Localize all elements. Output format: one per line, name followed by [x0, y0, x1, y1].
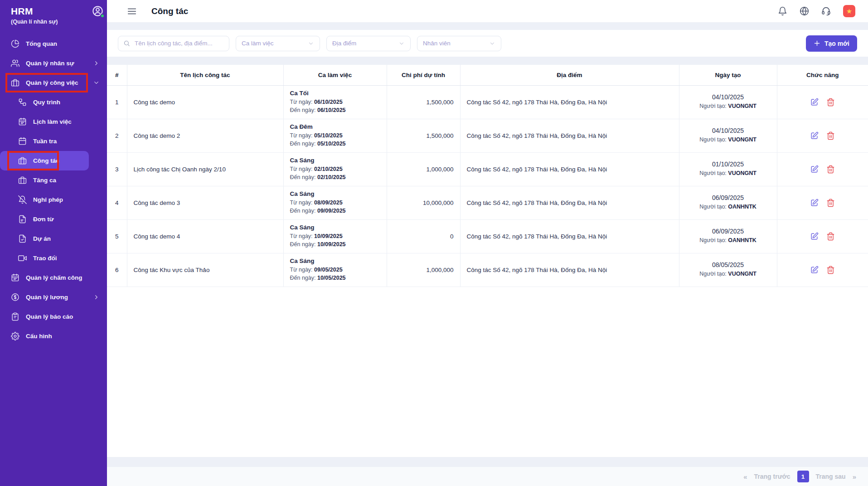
column-header-shift: Ca làm việc [283, 65, 387, 85]
edit-icon [810, 131, 819, 140]
sidebar-item-tuan-tra[interactable]: Tuần tra [0, 131, 107, 151]
shift-name: Ca Sáng [290, 258, 380, 264]
edit-icon [810, 232, 819, 241]
edit-button[interactable] [810, 266, 819, 274]
pagination-next[interactable]: Trang sau [816, 473, 846, 480]
edit-button[interactable] [810, 232, 819, 241]
employee-filter-select[interactable]: Nhân viên [417, 36, 501, 51]
sidebar-item-label: Nghỉ phép [33, 196, 63, 203]
hamburger-menu-icon[interactable] [127, 6, 137, 16]
shift-cell: Ca Sáng Từ ngày: 08/09/2025 Đến ngày: 09… [283, 186, 387, 219]
trash-icon [826, 131, 835, 140]
sidebar-item-label: Quản lý báo cáo [26, 313, 73, 320]
briefcase-icon [11, 78, 19, 87]
table-card: # Tên lịch công tác Ca làm việc Chi phí … [107, 65, 868, 457]
edit-button[interactable] [810, 131, 819, 140]
creator-line: Người tạo: OANHNTK [686, 203, 771, 211]
trip-location: Công tác Số 42, ngõ 178 Thái Hà, Đống Đa… [460, 186, 679, 219]
pagination-first-arrow[interactable]: « [743, 473, 747, 481]
to-date-line: Đến ngày: 02/10/2025 [290, 173, 380, 181]
pagination-prev[interactable]: Trang trước [754, 473, 790, 480]
sidebar-item-du-an[interactable]: Dự án [0, 229, 107, 248]
sidebar-item-quan-ly-nhan-su[interactable]: Quản lý nhân sự [0, 53, 107, 73]
edit-button[interactable] [810, 98, 819, 107]
edit-icon [810, 199, 819, 207]
app-title: HRM [11, 6, 98, 17]
select-placeholder: Địa điểm [332, 40, 356, 47]
globe-icon[interactable] [800, 6, 809, 16]
workflow-icon [18, 98, 27, 107]
pagination-current-page[interactable]: 1 [797, 471, 809, 482]
delete-button[interactable] [826, 199, 835, 207]
pagination-last-arrow[interactable]: » [853, 473, 856, 481]
main-content: Công tác ★ Ca làm việc Địa điểm Nhân viê… [107, 0, 868, 486]
sidebar-item-quan-ly-cong-viec[interactable]: Quản lý công việc [0, 73, 107, 92]
vietnam-flag-icon[interactable]: ★ [843, 5, 855, 17]
created-cell: 01/10/2025 Người tạo: VUONGNT [679, 152, 777, 186]
document-icon [18, 215, 27, 224]
sidebar-item-cong-tac[interactable]: Công tác [0, 151, 89, 170]
create-new-button[interactable]: Tạo mới [806, 35, 857, 52]
shift-cell: Ca Sáng Từ ngày: 10/09/2025 Đến ngày: 10… [283, 219, 387, 253]
edit-button[interactable] [810, 199, 819, 207]
sidebar-item-label: Tăng ca [33, 177, 56, 184]
creator-line: Người tạo: VUONGNT [686, 102, 771, 110]
sidebar-item-lich-lam-viec[interactable]: Lịch làm việc [0, 112, 107, 131]
sidebar-user-avatar[interactable] [92, 5, 104, 17]
delete-button[interactable] [826, 98, 835, 107]
calendar-grid-icon [11, 273, 19, 282]
table-header-row: # Tên lịch công tác Ca làm việc Chi phí … [107, 65, 868, 85]
sidebar-item-label: Trao đổi [33, 255, 57, 262]
search-box[interactable] [118, 36, 229, 51]
delete-button[interactable] [826, 165, 835, 174]
sidebar-item-cau-hinh[interactable]: Cấu hình [0, 326, 107, 346]
trash-icon [826, 232, 835, 241]
chevron-down-icon [489, 40, 495, 47]
sidebar-item-label: Tuần tra [33, 138, 57, 145]
sidebar-item-nghi-phep[interactable]: Nghỉ phép [0, 190, 107, 209]
sidebar-item-quan-ly-luong[interactable]: Quản lý lương [0, 287, 107, 307]
actions-cell [777, 219, 868, 253]
created-date: 06/09/2025 [686, 228, 771, 235]
bell-icon[interactable] [778, 6, 787, 16]
delete-button[interactable] [826, 131, 835, 140]
sidebar-item-label: Quản lý chấm công [26, 274, 82, 281]
table-row: 6 Công tác Khu vực của Thảo Ca Sáng Từ n… [107, 253, 868, 287]
trash-icon [826, 199, 835, 207]
delete-button[interactable] [826, 266, 835, 274]
sidebar-item-don-tu[interactable]: Đơn từ [0, 209, 107, 229]
column-header-name: Tên lịch công tác [127, 65, 283, 85]
sidebar-item-quan-ly-bao-cao[interactable]: Quản lý báo cáo [0, 307, 107, 326]
created-date: 04/10/2025 [686, 93, 771, 101]
sidebar-item-trao-doi[interactable]: Trao đổi [0, 248, 107, 268]
trash-icon [826, 266, 835, 274]
shift-filter-select[interactable]: Ca làm việc [236, 36, 320, 51]
to-date-line: Đến ngày: 06/10/2025 [290, 106, 380, 114]
shift-cell: Ca Sáng Từ ngày: 02/10/2025 Đến ngày: 02… [283, 152, 387, 186]
delete-button[interactable] [826, 232, 835, 241]
sidebar-item-tang-ca[interactable]: Tăng ca [0, 170, 107, 190]
trip-name: Công tác demo 4 [127, 219, 283, 253]
created-cell: 08/05/2025 Người tạo: VUONGNT [679, 253, 777, 287]
created-cell: 04/10/2025 Người tạo: VUONGNT [679, 85, 777, 119]
created-cell: 06/09/2025 Người tạo: OANHNTK [679, 219, 777, 253]
trip-name: Công tác demo 2 [127, 119, 283, 152]
column-header-created: Ngày tạo [679, 65, 777, 85]
sidebar-item-label: Cấu hình [26, 333, 52, 340]
headset-icon[interactable] [821, 6, 831, 16]
from-date-line: Từ ngày: 02/10/2025 [290, 165, 380, 173]
from-date-line: Từ ngày: 06/10/2025 [290, 98, 380, 106]
location-filter-select[interactable]: Địa điểm [326, 36, 411, 51]
trash-icon [826, 165, 835, 174]
search-input[interactable] [134, 39, 224, 47]
plus-icon [814, 40, 820, 47]
sidebar-item-tong-quan[interactable]: Tổng quan [0, 34, 107, 53]
sidebar: HRM (Quản lí nhân sự) Tổng quan Quản lý … [0, 0, 107, 486]
trip-location: Công tác Số 42, ngõ 178 Thái Hà, Đống Đa… [460, 152, 679, 186]
topbar-actions: ★ [778, 5, 855, 17]
edit-button[interactable] [810, 165, 819, 174]
sidebar-item-quan-ly-cham-cong[interactable]: Quản lý chấm công [0, 268, 107, 287]
sidebar-item-label: Dự án [33, 235, 51, 242]
dollar-circle-icon [11, 293, 19, 301]
sidebar-item-quy-trinh[interactable]: Quy trình [0, 92, 107, 112]
